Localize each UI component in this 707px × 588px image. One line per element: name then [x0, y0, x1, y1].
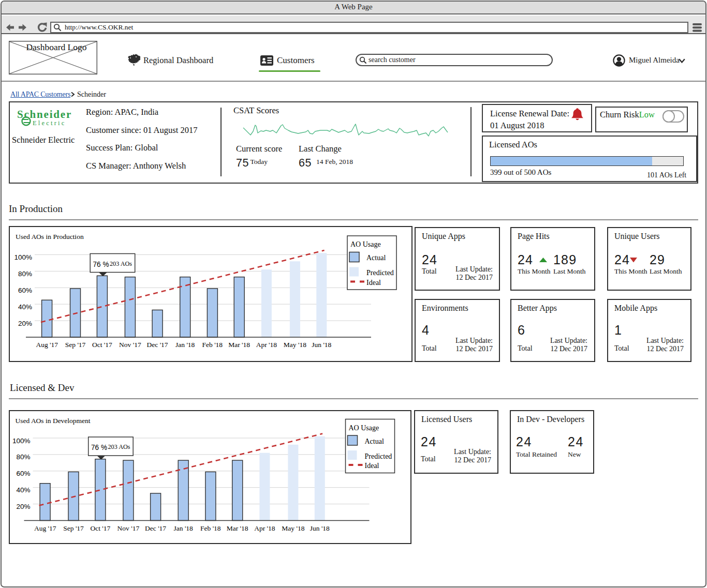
svg-text:Oct '17: Oct '17	[90, 524, 110, 532]
svg-text:Feb '18: Feb '18	[200, 524, 221, 532]
svg-text:Mar '18: Mar '18	[227, 524, 248, 532]
svg-text:80%: 80%	[16, 453, 30, 461]
svg-text:Schneider: Schneider	[17, 108, 72, 120]
svg-text:Jun '18: Jun '18	[310, 524, 330, 532]
svg-text:Feb '18: Feb '18	[202, 341, 223, 349]
svg-text:Nov '17: Nov '17	[119, 341, 141, 349]
svg-text:40%: 40%	[18, 303, 32, 311]
svg-text:Aug '17: Aug '17	[36, 341, 58, 349]
svg-text:Actual: Actual	[365, 438, 384, 445]
svg-text:100%: 100%	[14, 253, 32, 261]
svg-text:Used AOs in Development: Used AOs in Development	[16, 417, 91, 425]
svg-text:Apr '18: Apr '18	[254, 524, 275, 532]
svg-text:May '18: May '18	[284, 341, 306, 349]
svg-text:203 AOs: 203 AOs	[108, 443, 130, 450]
svg-text:Mar '18: Mar '18	[228, 341, 250, 349]
svg-text:Used AOs in Production: Used AOs in Production	[16, 233, 84, 240]
svg-text:100%: 100%	[12, 437, 31, 445]
svg-text:Dashboard Logo: Dashboard Logo	[26, 42, 86, 52]
svg-text:Ideal: Ideal	[365, 462, 379, 470]
svg-text:Dec '17: Dec '17	[147, 341, 168, 349]
svg-text:80%: 80%	[18, 270, 32, 278]
svg-text:Jun '18: Jun '18	[312, 341, 331, 349]
svg-text:Sep '17: Sep '17	[63, 524, 84, 532]
svg-text:Electric: Electric	[33, 119, 66, 127]
svg-text:Nov '17: Nov '17	[117, 524, 140, 532]
svg-text:Actual: Actual	[366, 254, 386, 262]
svg-text:76 %: 76 %	[91, 443, 107, 451]
svg-text:AO Usage: AO Usage	[349, 424, 379, 432]
svg-text:May '18: May '18	[282, 524, 304, 532]
svg-text:Sep '17: Sep '17	[65, 341, 86, 349]
svg-text:Predicted: Predicted	[366, 269, 394, 277]
svg-text:Ideal: Ideal	[366, 279, 381, 287]
svg-text:AO Usage: AO Usage	[350, 240, 381, 248]
svg-text:40%: 40%	[16, 486, 30, 494]
svg-text:Dec '17: Dec '17	[145, 524, 166, 532]
svg-text:Predicted: Predicted	[365, 453, 392, 460]
svg-text:60%: 60%	[16, 470, 30, 477]
svg-text:20%: 20%	[18, 320, 32, 327]
svg-text:203 AOs: 203 AOs	[110, 260, 132, 267]
svg-text:Oct '17: Oct '17	[92, 341, 112, 349]
svg-text:60%: 60%	[18, 287, 32, 294]
svg-text:76 %: 76 %	[93, 260, 109, 268]
svg-text:Aug '17: Aug '17	[34, 524, 56, 532]
svg-text:Jan '18: Jan '18	[174, 524, 194, 532]
svg-text:20%: 20%	[16, 503, 30, 510]
svg-text:Jan '18: Jan '18	[175, 341, 195, 349]
svg-text:Apr '18: Apr '18	[256, 341, 277, 349]
